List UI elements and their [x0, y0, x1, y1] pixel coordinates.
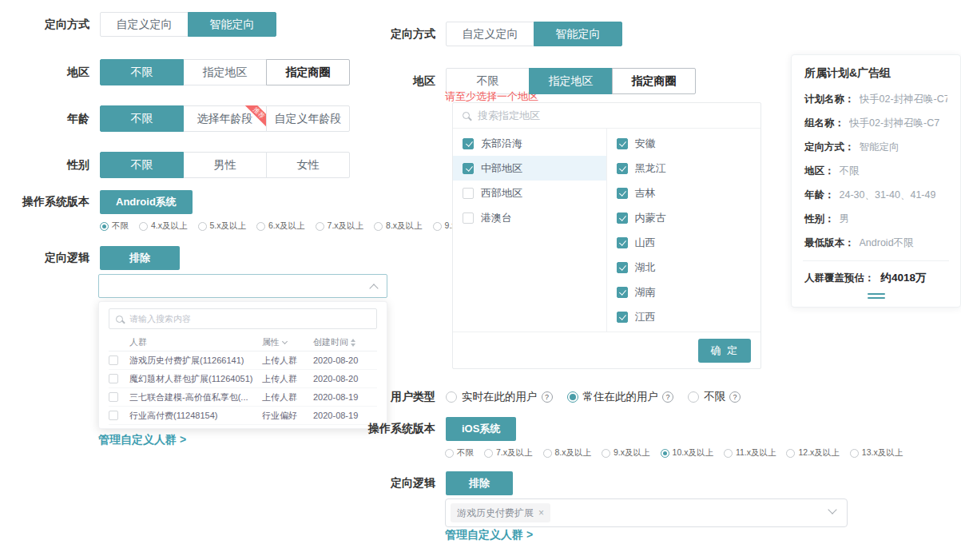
- targeting-mode-label: 定向方式: [346, 27, 435, 42]
- radio-9.x及以上[interactable]: 9.x及以上: [602, 447, 650, 459]
- targeting-logic-label: 定向逻辑: [0, 251, 89, 265]
- audience-attribute: 行业偏好: [262, 410, 313, 422]
- radio-不限[interactable]: 不限: [100, 220, 129, 232]
- checkbox-icon[interactable]: [617, 262, 628, 273]
- audience-row[interactable]: 行业高付费(11248154)行业偏好2020-08-19: [109, 407, 377, 425]
- audience-row[interactable]: 三七联合建模-高付费私享包(...上传人群2020-08-18: [109, 425, 377, 429]
- radio-11.x及以上[interactable]: 11.x及以上: [724, 447, 776, 459]
- col-created[interactable]: 创建时间: [313, 336, 377, 348]
- manage-audience-link-left[interactable]: 管理自定义人群 >: [98, 433, 186, 447]
- radio-12.x及以上[interactable]: 12.x及以上: [786, 447, 839, 459]
- checkbox-item-西部地区[interactable]: 西部地区: [453, 181, 606, 205]
- col-attribute[interactable]: 属性: [262, 336, 313, 348]
- radio-label: 4.x及以上: [151, 220, 188, 232]
- radio-10.x及以上[interactable]: 10.x及以上: [661, 447, 713, 459]
- option-不限[interactable]: 不限: [100, 105, 184, 132]
- ios-system-button[interactable]: iOS系统: [446, 417, 516, 441]
- checkbox-item-安徽[interactable]: 安徽: [607, 131, 761, 156]
- option-指定商圈[interactable]: 指定商圈: [266, 59, 350, 85]
- checkbox-item-江西[interactable]: 江西: [607, 304, 761, 329]
- option-label: 不限: [131, 158, 153, 171]
- checkbox-icon[interactable]: [617, 138, 628, 149]
- row-os-left: 操作系统版本 Android系统: [0, 190, 193, 214]
- audience-created-date: 2020-08-20: [313, 355, 377, 365]
- checkbox-icon[interactable]: [617, 163, 628, 174]
- option-男性[interactable]: 男性: [183, 152, 267, 178]
- radio-不限[interactable]: 不限: [445, 447, 474, 459]
- option-选择年龄段[interactable]: 选择年龄段推荐: [183, 105, 267, 132]
- radio-不限[interactable]: 不限?: [688, 390, 741, 404]
- option-指定地区[interactable]: 指定地区: [183, 59, 267, 85]
- android-system-button[interactable]: Android系统: [100, 190, 193, 214]
- checkbox-label: 西部地区: [481, 186, 522, 201]
- checkbox-item-内蒙古[interactable]: 内蒙古: [607, 205, 761, 230]
- checkbox-icon[interactable]: [617, 312, 628, 323]
- checkbox-icon[interactable]: [617, 287, 628, 298]
- help-icon[interactable]: ?: [542, 391, 553, 403]
- radio-6.x及以上[interactable]: 6.x及以上: [256, 220, 305, 232]
- option-智能定向[interactable]: 智能定向: [188, 12, 276, 37]
- option-自定义定向[interactable]: 自定义定向: [446, 22, 534, 46]
- checkbox-item-港澳台[interactable]: 港澳台: [453, 205, 606, 230]
- radio-8.x及以上[interactable]: 8.x及以上: [374, 220, 423, 232]
- checkbox-icon[interactable]: [463, 138, 474, 149]
- checkbox-icon[interactable]: [463, 188, 474, 199]
- checkbox-item-黑龙江[interactable]: 黑龙江: [607, 156, 761, 181]
- row-checkbox[interactable]: [109, 411, 118, 420]
- checkbox-icon[interactable]: [617, 237, 628, 248]
- radio-7.x及以上[interactable]: 7.x及以上: [316, 220, 364, 232]
- summary-row-label: 定向方式：: [804, 141, 855, 154]
- checkbox-icon[interactable]: [463, 212, 474, 224]
- remove-tag-icon[interactable]: ×: [538, 507, 544, 518]
- exclude-button[interactable]: 排除: [100, 246, 180, 270]
- audience-row[interactable]: 三七联合建模-高价值私享包(...上传人群2020-08-19: [109, 388, 377, 407]
- radio-label: 不限: [112, 220, 129, 232]
- checkbox-item-山西[interactable]: 山西: [607, 230, 761, 255]
- audience-row[interactable]: 魔幻题材人群包扩展(11264051)上传人群2020-08-20: [109, 370, 377, 388]
- checkbox-item-东部沿海[interactable]: 东部沿海: [453, 131, 606, 156]
- checkbox-item-湖南[interactable]: 湖南: [607, 280, 761, 304]
- checkbox-label: 湖北: [635, 260, 656, 275]
- row-checkbox[interactable]: [109, 355, 118, 365]
- option-label: 智能定向: [556, 27, 601, 40]
- radio-4.x及以上[interactable]: 4.x及以上: [139, 220, 188, 232]
- checkbox-icon[interactable]: [617, 188, 628, 199]
- region-search-input[interactable]: [476, 109, 751, 122]
- option-指定地区[interactable]: 指定地区: [529, 68, 613, 94]
- region-picker-panel: 东部沿海中部地区西部地区港澳台 安徽黑龙江吉林内蒙古山西湖北湖南江西广西 确 定: [452, 102, 761, 369]
- excluded-audience-select[interactable]: 游戏历史付费扩展 ×: [445, 498, 848, 527]
- confirm-button[interactable]: 确 定: [698, 339, 751, 363]
- summary-row-value: Android不限: [860, 236, 914, 250]
- option-自定义定向[interactable]: 自定义定向: [100, 12, 189, 37]
- option-女性[interactable]: 女性: [266, 152, 350, 178]
- radio-实时在此的用户[interactable]: 实时在此的用户?: [446, 390, 553, 404]
- option-不限[interactable]: 不限: [100, 152, 184, 178]
- radio-8.x及以上[interactable]: 8.x及以上: [543, 447, 592, 459]
- radio-circle-icon: [446, 391, 457, 403]
- checkbox-item-中部地区[interactable]: 中部地区: [453, 156, 606, 181]
- row-checkbox[interactable]: [109, 374, 118, 383]
- radio-常住在此的用户[interactable]: 常住在此的用户?: [567, 390, 674, 404]
- radio-13.x及以上[interactable]: 13.x及以上: [850, 447, 903, 459]
- audience-select[interactable]: [98, 274, 387, 298]
- audience-name: 三七联合建模-高付费私享包(...: [129, 428, 262, 430]
- row-checkbox[interactable]: [109, 392, 118, 402]
- checkbox-icon[interactable]: [463, 163, 474, 174]
- exclude-button[interactable]: 排除: [446, 471, 513, 495]
- audience-row[interactable]: 游戏历史付费扩展(11266141)上传人群2020-08-20: [109, 351, 377, 370]
- option-不限[interactable]: 不限: [100, 59, 184, 85]
- option-自定义年龄段[interactable]: 自定义年龄段: [266, 105, 350, 132]
- option-指定商圈[interactable]: 指定商圈: [612, 68, 696, 94]
- help-icon[interactable]: ?: [729, 391, 741, 403]
- manage-audience-link-right[interactable]: 管理自定义人群 >: [445, 528, 533, 542]
- targeting-mode-switch: 自定义定向智能定向: [100, 12, 276, 37]
- drag-handle-icon[interactable]: [868, 293, 885, 299]
- dropdown-search-input[interactable]: [128, 313, 370, 324]
- option-智能定向[interactable]: 智能定向: [534, 22, 622, 46]
- checkbox-item-吉林[interactable]: 吉林: [607, 181, 761, 205]
- radio-5.x及以上[interactable]: 5.x及以上: [198, 220, 247, 232]
- checkbox-icon[interactable]: [617, 212, 628, 224]
- checkbox-item-湖北[interactable]: 湖北: [607, 255, 761, 280]
- help-icon[interactable]: ?: [662, 391, 673, 403]
- radio-7.x及以上[interactable]: 7.x及以上: [484, 447, 533, 459]
